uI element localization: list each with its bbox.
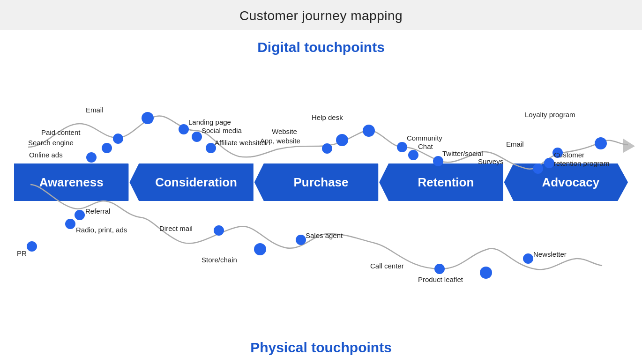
svg-point-0 bbox=[86, 152, 97, 163]
svg-point-11 bbox=[408, 150, 418, 160]
main-content: Digital touchpoints Awareness Considerat… bbox=[0, 30, 642, 360]
label-social-media: Social media bbox=[202, 126, 242, 134]
label-referral: Referral bbox=[85, 207, 110, 215]
label-email-awareness: Email bbox=[86, 106, 104, 114]
label-surveys: Surveys bbox=[478, 157, 503, 165]
label-call-center: Call center bbox=[370, 262, 404, 270]
label-customer-retention: Customer retention program bbox=[554, 151, 610, 168]
stage-purchase: Purchase bbox=[254, 163, 378, 201]
svg-point-10 bbox=[397, 142, 407, 152]
label-loyalty-program: Loyalty program bbox=[525, 111, 575, 119]
svg-point-20 bbox=[75, 210, 85, 220]
page-header: Customer journey mapping bbox=[0, 0, 642, 30]
stage-retention: Retention bbox=[379, 163, 503, 201]
page-title: Customer journey mapping bbox=[239, 8, 403, 23]
label-online-ads: Online ads bbox=[29, 151, 63, 159]
label-community: Community bbox=[407, 134, 442, 142]
svg-point-7 bbox=[322, 143, 332, 154]
label-website: Website bbox=[272, 127, 297, 135]
svg-point-1 bbox=[102, 143, 112, 153]
svg-point-5 bbox=[192, 132, 202, 142]
stage-consideration: Consideration bbox=[129, 163, 253, 201]
svg-point-22 bbox=[254, 243, 266, 255]
svg-point-9 bbox=[363, 125, 375, 137]
physical-title: Physical touchpoints bbox=[0, 340, 642, 356]
svg-point-24 bbox=[434, 264, 445, 274]
svg-point-2 bbox=[113, 134, 123, 144]
label-search-engine: Search engine bbox=[28, 139, 74, 147]
svg-point-26 bbox=[523, 253, 533, 264]
svg-point-23 bbox=[296, 235, 306, 245]
svg-point-4 bbox=[179, 124, 189, 134]
label-paid-content: Paid content bbox=[41, 128, 80, 136]
label-landing-page: Landing page bbox=[188, 118, 231, 126]
svg-point-8 bbox=[336, 134, 348, 146]
label-product-leaflet: Product leaflet bbox=[418, 275, 463, 283]
stage-advocacy: Advocacy bbox=[504, 163, 628, 201]
svg-point-25 bbox=[480, 267, 492, 279]
svg-point-18 bbox=[27, 241, 37, 252]
label-direct-mail: Direct mail bbox=[159, 224, 193, 232]
stage-awareness: Awareness bbox=[14, 163, 128, 201]
label-pr: PR bbox=[17, 249, 27, 257]
journey-band: Awareness Consideration Purchase Retenti… bbox=[14, 163, 628, 201]
label-newsletter: Newsletter bbox=[533, 250, 567, 258]
label-radio-print-ads: Radio, print, ads bbox=[76, 226, 127, 234]
digital-title: Digital touchpoints bbox=[0, 39, 642, 55]
label-app-website: App, website bbox=[260, 137, 300, 145]
page-container: Customer journey mapping Digital touchpo… bbox=[0, 0, 642, 364]
svg-point-19 bbox=[65, 219, 75, 229]
label-email-advocacy: Email bbox=[506, 140, 524, 148]
svg-point-21 bbox=[214, 225, 224, 236]
label-sales-agent: Sales agent bbox=[306, 231, 343, 239]
label-store-chain: Store/chain bbox=[202, 256, 237, 264]
label-twitter-social: Twitter/social bbox=[442, 149, 483, 157]
label-chat: Chat bbox=[418, 142, 433, 150]
svg-point-3 bbox=[142, 112, 154, 124]
label-affiliate-websites: Affiliate websites bbox=[215, 139, 267, 147]
label-help-desk: Help desk bbox=[312, 113, 343, 121]
svg-marker-17 bbox=[623, 139, 635, 153]
svg-point-16 bbox=[595, 137, 607, 149]
